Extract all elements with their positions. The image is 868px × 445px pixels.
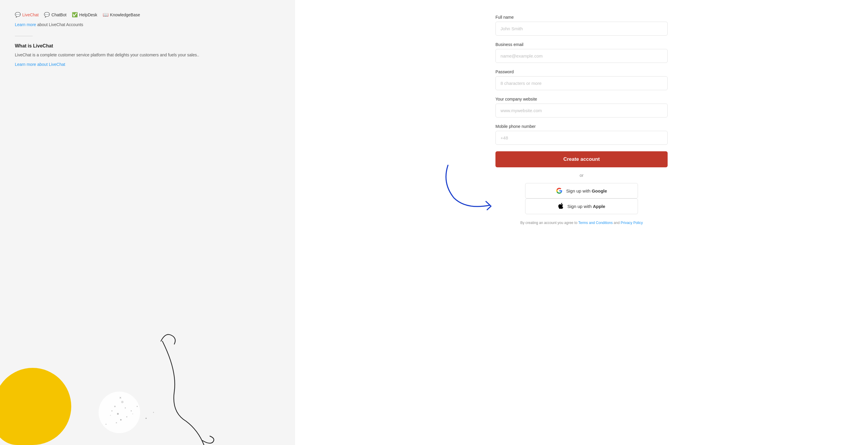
apple-signup-button[interactable]: Sign up with Apple (525, 198, 638, 214)
svg-point-16 (106, 424, 106, 425)
knowledgebase-icon: 📖 (103, 12, 108, 18)
password-label: Password (495, 69, 668, 74)
company-website-group: Your company website (495, 97, 668, 118)
full-name-group: Full name (495, 15, 668, 36)
business-email-group: Business email (495, 42, 668, 63)
product-chatbot: 💬 ChatBot (44, 12, 66, 18)
product-knowledgebase: 📖 KnowledgeBase (103, 12, 140, 18)
phone-group: Mobile phone number (495, 124, 668, 145)
terms-conditions-link[interactable]: Terms and Conditions (578, 221, 613, 225)
create-account-button[interactable]: Create account (495, 151, 668, 167)
password-input[interactable] (495, 76, 668, 90)
phone-input[interactable] (495, 131, 668, 145)
helpdesk-label: HelpDesk (79, 12, 97, 17)
svg-point-11 (132, 414, 133, 414)
learn-more-accounts-section: Learn more about LiveChat Accounts (15, 22, 280, 27)
svg-point-4 (117, 413, 119, 415)
svg-point-9 (110, 415, 111, 416)
svg-point-3 (125, 407, 126, 409)
svg-point-10 (136, 406, 138, 407)
svg-point-1 (121, 401, 123, 403)
learn-more-livechat-link[interactable]: Learn more about LiveChat (15, 62, 65, 67)
svg-point-2 (114, 406, 116, 407)
learn-more-accounts-suffix: about LiveChat Accounts (36, 22, 84, 27)
knowledgebase-label: KnowledgeBase (110, 12, 140, 17)
svg-point-15 (153, 412, 154, 413)
livechat-icon: 💬 (15, 12, 21, 18)
company-website-label: Your company website (495, 97, 668, 101)
svg-point-14 (146, 418, 147, 419)
arrow-indicator (430, 159, 513, 219)
terms-text: By creating an account you agree to Term… (495, 221, 668, 225)
social-section: Sign up with Google Sign up with Apple (495, 183, 668, 214)
left-panel: 💬 LiveChat 💬 ChatBot ✅ HelpDesk 📖 Knowle… (0, 0, 295, 445)
company-website-input[interactable] (495, 103, 668, 118)
business-email-label: Business email (495, 42, 668, 47)
privacy-policy-link[interactable]: Privacy Policy (621, 221, 643, 225)
svg-point-12 (116, 422, 117, 423)
what-is-title: What is LiveChat (15, 43, 280, 49)
what-is-desc: LiveChat is a complete customer service … (15, 52, 280, 58)
livechat-label: LiveChat (22, 12, 39, 17)
signup-form-container: Full name Business email Password Your c… (495, 12, 668, 225)
svg-point-5 (111, 410, 113, 411)
right-panel: Full name Business email Password Your c… (295, 0, 868, 445)
chatbot-icon: 💬 (44, 12, 50, 18)
svg-point-8 (126, 416, 127, 417)
illustration-svg: × (0, 326, 295, 445)
chatbot-label: ChatBot (51, 12, 66, 17)
product-helpdesk: ✅ HelpDesk (72, 12, 97, 18)
full-name-label: Full name (495, 15, 668, 20)
google-icon (556, 188, 562, 194)
phone-label: Mobile phone number (495, 124, 668, 129)
apple-btn-text: Sign up with Apple (567, 204, 605, 209)
or-divider: or (495, 173, 668, 178)
google-signup-button[interactable]: Sign up with Google (525, 183, 638, 198)
apple-icon (558, 203, 564, 210)
product-livechat: 💬 LiveChat (15, 12, 39, 18)
business-email-input[interactable] (495, 49, 668, 63)
google-btn-text: Sign up with Google (566, 188, 607, 193)
product-icons-row: 💬 LiveChat 💬 ChatBot ✅ HelpDesk 📖 Knowle… (15, 12, 280, 18)
helpdesk-icon: ✅ (72, 12, 78, 18)
svg-point-7 (120, 419, 122, 421)
full-name-input[interactable] (495, 22, 668, 36)
password-group: Password (495, 69, 668, 90)
svg-point-6 (131, 410, 132, 411)
learn-more-accounts-link[interactable]: Learn more (15, 22, 36, 27)
svg-text:×: × (119, 396, 121, 400)
